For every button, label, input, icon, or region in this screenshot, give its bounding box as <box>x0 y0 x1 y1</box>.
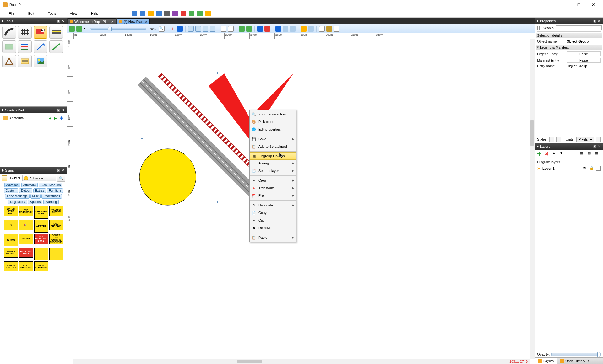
props-search-input[interactable] <box>556 25 602 30</box>
bottom-tab-undo[interactable]: Undo History▸ <box>557 358 593 364</box>
scratchpad-add-button[interactable]: ✚ <box>59 115 64 120</box>
ctx-transform[interactable]: 🔺Transform▶ <box>250 184 296 192</box>
style-save-icon[interactable] <box>556 137 561 142</box>
layer-row-1[interactable]: ➤ Layer 1 👁 🔒 <box>537 165 601 172</box>
props-view2-icon[interactable] <box>539 26 540 30</box>
tool-workarea[interactable] <box>2 40 16 53</box>
props-section-legend[interactable]: Legend & Manifest <box>536 45 602 50</box>
props-view3-icon[interactable] <box>541 26 541 30</box>
layers-panel-header[interactable]: Layers ▣✕ <box>535 143 603 150</box>
sign-item[interactable]: END ROADWORK <box>19 206 33 216</box>
signs-chip-detour[interactable]: Detour <box>19 188 32 193</box>
layer-icon[interactable] <box>308 26 314 32</box>
menu-tools[interactable]: Tools <box>41 10 63 17</box>
ctx-send-to-layer[interactable]: 📑Send to layer▶ <box>250 167 296 174</box>
signs-chip-lane-markings[interactable]: Lane Markings <box>5 194 30 199</box>
layer-opt3-icon[interactable]: ▦ <box>595 151 601 157</box>
window-minimize-button[interactable]: — <box>557 0 572 9</box>
signs-chip-furniture[interactable]: Furniture <box>47 188 63 193</box>
ctx-copy[interactable]: 📄Copy <box>250 209 296 217</box>
ctx-arrange[interactable]: ☰Arrange▶ <box>250 159 296 167</box>
signs-chip-custom[interactable]: Custom <box>4 188 18 193</box>
sign-item[interactable]: ↑↓ <box>4 220 18 230</box>
panel-close-icon[interactable]: ✕ <box>597 145 601 148</box>
sign-item[interactable]: WEED SPRAYING <box>19 261 33 271</box>
scrollbar-horizontal[interactable] <box>73 359 530 364</box>
sign-item[interactable]: → <box>49 248 63 260</box>
paste-icon[interactable] <box>228 26 234 32</box>
ctx-duplicate[interactable]: ⧉Duplicate▶ <box>250 201 296 209</box>
tool-measure[interactable]: 123 <box>34 40 47 53</box>
scratchpad-panel-header[interactable]: Scratch Pad ▣✕ <box>0 107 67 113</box>
tab-close-icon[interactable]: × <box>144 20 148 24</box>
scrollbar-thumb[interactable] <box>530 120 534 146</box>
layer-down-icon[interactable]: ▼ <box>560 151 565 157</box>
props-section-selection[interactable]: Selection details <box>536 33 602 38</box>
canvas-redo-icon[interactable] <box>76 26 82 32</box>
panel-pin-icon[interactable]: ▣ <box>593 19 596 23</box>
signs-region-icon[interactable] <box>2 175 7 181</box>
zoom-tool-icon[interactable]: 🔍 <box>159 26 165 32</box>
group-icon[interactable] <box>239 26 245 32</box>
signs-category-dropdown[interactable]: Advance <box>22 175 56 181</box>
bottom-tab-layers[interactable]: Layers <box>535 358 557 364</box>
panel-pin-icon[interactable]: ▣ <box>57 108 60 112</box>
tools-panel-header[interactable]: Tools ▣✕ <box>0 18 67 24</box>
scrollbar-thumb[interactable] <box>237 360 262 363</box>
style-apply-icon[interactable] <box>549 137 554 142</box>
layer-add-icon[interactable]: ✚ <box>537 151 543 157</box>
panel-close-icon[interactable]: ✕ <box>61 19 65 23</box>
zoom-slider-thumb[interactable] <box>108 27 112 31</box>
ctx-zoom-to-selection[interactable]: 🔍Zoom to selection <box>250 110 296 118</box>
panel-pin-icon[interactable]: ▣ <box>593 145 596 148</box>
tab-new-plan[interactable]: (*) New Plan× <box>117 18 150 24</box>
tool-shape[interactable] <box>2 55 16 67</box>
ctx-pick-color[interactable]: 🎨Pick color <box>250 118 296 126</box>
sign-item[interactable]: ← <box>34 248 48 260</box>
opacity-thumb[interactable] <box>597 352 600 357</box>
canvas[interactable]: 🔍Zoom to selection🎨Pick color🌐Edit prope… <box>73 39 530 359</box>
tool-rail[interactable] <box>18 26 32 39</box>
signs-chip-warning[interactable]: Warning <box>43 200 59 204</box>
layer-delete-icon[interactable]: ✖ <box>545 151 550 157</box>
clipboard-paste-icon[interactable] <box>334 26 339 32</box>
menu-help[interactable]: Help <box>84 10 105 17</box>
properties-panel-header[interactable]: Properties ▣✕ <box>535 18 603 24</box>
scratchpad-next-button[interactable]: ► <box>53 115 58 120</box>
toolbar-check2-icon[interactable] <box>197 11 203 16</box>
ctx-remove[interactable]: ✖Remove <box>250 224 296 232</box>
zoom-slider[interactable] <box>90 28 146 30</box>
toolbar-print-icon[interactable] <box>164 11 170 16</box>
signs-chip-blank-markers[interactable]: Blank Markers <box>39 183 62 187</box>
sign-item[interactable]: WET TAR <box>34 220 48 233</box>
layer-up-icon[interactable]: ▲ <box>552 151 558 157</box>
sign-item[interactable]: END ROAD WORK <box>34 206 48 219</box>
rotate-icon[interactable] <box>290 26 296 32</box>
select-icon[interactable] <box>177 26 183 32</box>
menu-file[interactable]: File <box>2 10 21 17</box>
ctx-paste[interactable]: 📋Paste▶ <box>250 234 296 241</box>
toolbar-save-icon[interactable] <box>156 11 162 16</box>
signs-chip-regulatory[interactable]: Regulatory <box>8 200 27 204</box>
list-icon[interactable] <box>203 26 208 32</box>
sign-item[interactable]: SMOKE HAZARD <box>4 248 18 258</box>
window-close-button[interactable]: ✕ <box>586 0 600 9</box>
signs-panel-header[interactable]: Signs ▣✕ <box>0 167 67 174</box>
ctx-add-to-scratchpad[interactable]: 📋Add to Scratchpad <box>250 143 296 150</box>
sign-item[interactable]: TRAFFIC SURVEY <box>49 206 63 216</box>
signs-chip-extras[interactable]: Extras <box>33 188 46 193</box>
selection-handle-n[interactable] <box>217 72 220 74</box>
toolbar-check-icon[interactable] <box>189 11 194 16</box>
tool-image[interactable] <box>34 55 47 67</box>
scrollbar-vertical[interactable] <box>530 39 535 359</box>
toolbar-export-icon[interactable] <box>172 11 178 16</box>
signs-chip-advance[interactable]: Advance <box>4 183 20 187</box>
ctx-flip[interactable]: 🚩Flip▶ <box>250 192 296 199</box>
flip-h-icon[interactable] <box>275 26 281 32</box>
grid-icon[interactable] <box>188 26 194 32</box>
layer-visible-icon[interactable]: 👁 <box>583 166 588 171</box>
menu-view[interactable]: View <box>63 10 84 17</box>
tool-text[interactable] <box>18 55 32 67</box>
ctx-crop[interactable]: ✂Crop▶ <box>250 177 296 184</box>
layout-icon[interactable] <box>210 26 215 32</box>
